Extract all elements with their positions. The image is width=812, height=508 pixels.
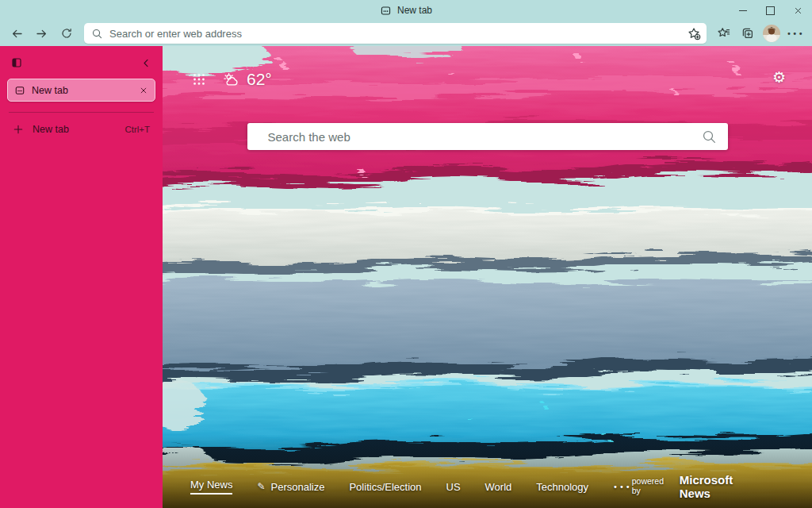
news-tab-us[interactable]: US <box>446 481 461 493</box>
tab-actions-button[interactable] <box>10 56 23 69</box>
back-button[interactable] <box>5 22 29 44</box>
new-tab-label: New tab <box>33 124 69 135</box>
tab-item-new-tab[interactable]: New tab <box>7 79 155 102</box>
vertical-tabs-header <box>7 52 155 71</box>
vertical-tabs-icon <box>10 56 23 69</box>
page-settings-button[interactable]: ⚙ <box>772 70 786 85</box>
new-tab-shortcut: Ctrl+T <box>124 125 150 134</box>
microsoft-news-brand: Microsoft News <box>680 473 767 500</box>
add-favorite-button[interactable] <box>684 25 704 42</box>
window-controls <box>729 0 812 21</box>
back-icon <box>10 27 24 40</box>
grid-dots-icon <box>193 73 205 86</box>
news-tab-world[interactable]: World <box>485 481 512 493</box>
chevron-left-icon <box>140 57 152 69</box>
powered-by-label: powered by <box>632 476 675 495</box>
collapse-pane-button[interactable] <box>140 57 152 69</box>
forward-icon <box>35 27 48 40</box>
news-more-button[interactable]: ••• <box>613 483 632 491</box>
weather-widget[interactable]: 62° <box>223 70 272 89</box>
avatar <box>763 25 780 42</box>
temperature-label: 62° <box>247 70 272 89</box>
news-tab-my-news[interactable]: My News <box>190 479 232 495</box>
new-tab-page: 62° ⚙ My News ✎ Personalize Politics/Ele… <box>163 46 812 508</box>
refresh-icon <box>60 27 73 40</box>
collections-icon <box>741 26 755 40</box>
web-search-button[interactable] <box>702 129 717 144</box>
sidebar-divider <box>9 112 154 113</box>
plus-icon <box>13 124 24 135</box>
refresh-button[interactable] <box>54 22 79 44</box>
window-titlebar[interactable]: New tab <box>0 0 812 21</box>
favorites-star-icon <box>717 26 731 40</box>
maximize-button[interactable] <box>756 0 784 21</box>
news-personalize-button[interactable]: ✎ Personalize <box>257 481 324 493</box>
new-tab-page-icon <box>380 5 392 17</box>
address-bar[interactable] <box>84 23 707 44</box>
new-tab-page-icon <box>14 85 25 96</box>
gear-icon: ⚙ <box>772 68 786 86</box>
ellipsis-icon: ••• <box>787 29 804 38</box>
browser-content: New tab New tab Ctrl+T <box>0 46 812 508</box>
address-input[interactable] <box>103 28 684 40</box>
close-icon <box>139 86 148 95</box>
address-search-icon <box>91 28 103 40</box>
profile-button[interactable] <box>760 22 783 44</box>
favorites-button[interactable] <box>712 22 736 44</box>
powered-by: powered by Microsoft News <box>632 473 812 500</box>
vertical-tabs-panel: New tab New tab Ctrl+T <box>0 46 163 508</box>
news-tab-technology[interactable]: Technology <box>536 481 588 493</box>
settings-menu-button[interactable]: ••• <box>783 22 807 44</box>
background-image <box>163 46 812 508</box>
close-button[interactable] <box>784 0 812 21</box>
close-icon <box>793 6 803 16</box>
tab-close-button[interactable] <box>139 86 148 95</box>
forward-button[interactable] <box>29 22 54 44</box>
collections-button[interactable] <box>736 22 760 44</box>
tab-item-label: New tab <box>32 85 68 96</box>
web-search-input[interactable] <box>266 129 702 144</box>
minimize-icon <box>739 10 747 11</box>
minimize-button[interactable] <box>729 0 756 21</box>
news-personalize-label: Personalize <box>271 481 325 493</box>
pencil-icon: ✎ <box>257 481 265 492</box>
apps-grid-button[interactable] <box>193 73 205 86</box>
partly-cloudy-icon <box>223 72 242 87</box>
titlebar-tab: New tab <box>380 5 432 17</box>
new-tab-button[interactable]: New tab Ctrl+T <box>7 118 155 140</box>
maximize-icon <box>766 6 775 15</box>
news-tab-politics-election[interactable]: Politics/Election <box>349 481 421 493</box>
news-bar: My News ✎ Personalize Politics/Election … <box>163 471 812 508</box>
star-add-icon <box>688 27 701 40</box>
search-icon <box>702 129 717 144</box>
window-title: New tab <box>397 5 432 16</box>
browser-toolbar: ••• <box>0 21 812 46</box>
web-search-box[interactable] <box>247 123 728 150</box>
